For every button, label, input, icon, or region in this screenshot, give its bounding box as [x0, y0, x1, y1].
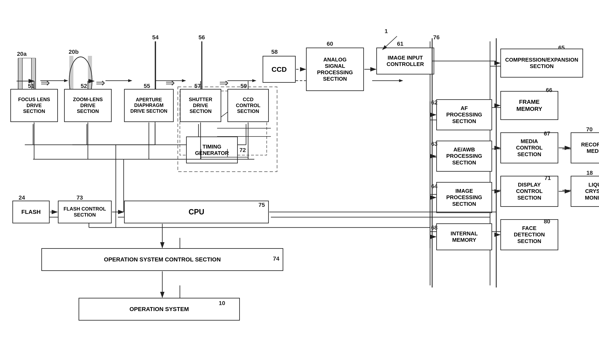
- frame-memory-block: FRAMEMEMORY: [500, 91, 558, 120]
- ccd-block: CCD: [263, 56, 296, 83]
- label-68: 68: [431, 224, 438, 231]
- recording-medium-block: RECORDINGMEDIUM: [571, 132, 599, 163]
- svg-marker-6: [182, 79, 186, 82]
- media-control-block: MEDIACONTROLSECTION: [500, 132, 558, 163]
- internal-memory-block: INTERNALMEMORY: [436, 223, 492, 250]
- operation-system-control-block: OPERATION SYSTEM CONTROL SECTION: [41, 248, 283, 271]
- ae-awb-block: AE/AWBPROCESSINGSECTION: [436, 141, 492, 172]
- liquid-crystal-block: LIQUIDCRYSTALMONITOR: [571, 176, 599, 207]
- arrow-3: ⇒: [165, 76, 175, 89]
- aperture-diaphragm-block: APERTUREDIAPHRAGMDRIVE SECTION: [124, 89, 174, 122]
- diagram: 1 20a 20b ⇒ ⇒ ⇒ ⇒ 54 56 FOCUS LENSDRIVES…: [0, 0, 599, 364]
- label-55: 55: [144, 83, 150, 89]
- compression-expansion-block: COMPRESSION/EXPANSIONSECTION: [500, 49, 583, 78]
- label-18: 18: [586, 169, 593, 176]
- label-20b: 20b: [69, 49, 79, 55]
- image-processing-block: IMAGEPROCESSINGSECTION: [436, 182, 492, 213]
- zoom-lens-drive-block: ZOOM-LENSDRIVESECTION: [64, 89, 112, 122]
- label-71: 71: [544, 175, 551, 181]
- flash-block: FLASH: [12, 201, 50, 223]
- label-80: 80: [544, 218, 550, 225]
- label-60: 60: [327, 41, 333, 47]
- label-75: 75: [258, 202, 265, 208]
- label-70: 70: [586, 126, 593, 133]
- label-51: 51: [28, 83, 34, 89]
- label-66: 66: [546, 87, 552, 93]
- label-57: 57: [194, 83, 201, 89]
- flash-control-block: FLASH CONTROLSECTION: [58, 201, 112, 223]
- label-62: 62: [431, 99, 438, 106]
- analog-signal-block: ANALOGSIGNALPROCESSINGSECTION: [306, 48, 364, 91]
- label-58: 58: [271, 49, 278, 55]
- ccd-control-block: CCDCONTROLSECTION: [228, 89, 269, 122]
- svg-marker-12: [399, 79, 403, 82]
- label-52: 52: [81, 83, 87, 89]
- label-10: 10: [219, 300, 225, 307]
- label-59: 59: [240, 83, 247, 89]
- label-54: 54: [152, 34, 159, 41]
- focus-lens-drive-block: FOCUS LENSDRIVESECTION: [10, 89, 58, 122]
- label-56: 56: [199, 34, 205, 41]
- operation-system-block: OPERATION SYSTEM: [79, 298, 240, 320]
- label-73: 73: [77, 195, 83, 201]
- shutter-drive-block: SHUTTERDRIVESECTION: [180, 89, 221, 122]
- image-input-block: IMAGE INPUTCONTROLLER: [376, 48, 434, 74]
- ref-1: 1: [385, 28, 388, 35]
- arrow-2: ⇒: [96, 76, 105, 89]
- af-processing-block: AFPROCESSINGSECTION: [436, 99, 492, 130]
- timing-generator-block: TIMINGGENERATOR: [186, 136, 238, 163]
- svg-marker-8: [252, 79, 256, 82]
- arrow-1: ⇒: [41, 76, 50, 89]
- svg-marker-1: [64, 79, 68, 82]
- label-72: 72: [239, 147, 246, 153]
- svg-marker-3: [128, 79, 132, 82]
- label-63: 63: [431, 141, 438, 147]
- label-76: 76: [433, 34, 440, 41]
- cpu-block: CPU: [124, 201, 269, 223]
- label-61: 61: [397, 41, 403, 47]
- label-64: 64: [431, 183, 438, 190]
- label-67: 67: [544, 130, 550, 137]
- arrow-4: ⇒: [219, 76, 229, 89]
- label-74: 74: [273, 255, 279, 262]
- label-24: 24: [19, 195, 25, 201]
- label-20a: 20a: [17, 51, 27, 57]
